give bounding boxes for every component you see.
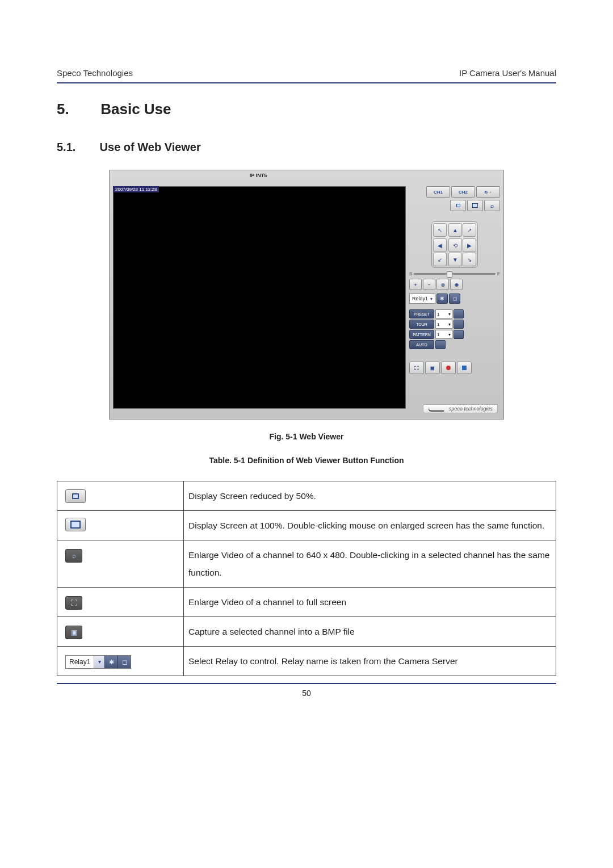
logout-button[interactable]: ⎋→	[476, 186, 500, 198]
zoom-out-button[interactable]: －	[423, 279, 435, 290]
enlarge-button[interactable]: ⌕	[484, 200, 500, 211]
subsection-number: 5.1.	[57, 141, 96, 154]
ptz-up-right[interactable]: ↗	[463, 223, 476, 237]
zoom-in-button[interactable]: ＋	[409, 279, 422, 290]
relay-control: Relay1 ▾ ✱ ◻	[409, 293, 500, 304]
auto-label: AUTO	[409, 340, 434, 349]
focus-far-button[interactable]: ◉	[450, 279, 463, 290]
page-number: 50	[57, 689, 556, 698]
relay-off-button[interactable]: ◻	[449, 293, 460, 304]
def-text: Display Screen reduced by 50%.	[184, 481, 556, 511]
def-text: Select Relay to control. Relay name is t…	[184, 647, 556, 676]
def-text: Capture a selected channel into a BMP fi…	[184, 617, 556, 647]
table-caption: Table. 5-1 Definition of Web Viewer Butt…	[57, 456, 556, 465]
fullscreen-icon: ⛶	[414, 366, 419, 371]
preset-value: 1	[437, 312, 439, 317]
enlarge-640-icon: ⌕	[65, 549, 82, 563]
section-number: 5.	[57, 100, 96, 118]
subsection-heading: 5.1. Use of Web Viewer	[57, 141, 556, 154]
pattern-go-button[interactable]	[454, 330, 464, 339]
header-left: Speco Technologies	[57, 68, 133, 78]
brand-text: speco technologies	[449, 406, 493, 412]
pattern-select[interactable]: 1▾	[435, 330, 452, 339]
section-title: Basic Use	[100, 100, 171, 118]
tour-select[interactable]: 1▾	[435, 320, 452, 329]
tour-go-button[interactable]	[454, 320, 464, 329]
normal-icon	[472, 203, 478, 208]
relay-chip-label: Relay1	[66, 655, 94, 669]
fullscreen-icon: ⛶	[65, 596, 82, 610]
size-100-button[interactable]	[467, 200, 483, 211]
video-area[interactable]	[113, 186, 406, 409]
ptz-pad: ↖ ▲ ↗ ◀ ⟲ ▶ ↙ ▼ ↘	[431, 221, 478, 268]
stop-button[interactable]	[457, 362, 472, 374]
chevron-down-icon: ▾	[448, 322, 451, 327]
viewer-title: IP INT5	[110, 173, 407, 178]
pattern-value: 1	[437, 332, 439, 337]
preset-label: PRESET	[409, 309, 434, 318]
fullscreen-button[interactable]: ⛶	[409, 362, 424, 374]
brand-swoosh-icon	[427, 407, 447, 412]
ptz-down-right[interactable]: ↘	[463, 253, 476, 266]
logout-icon: ⎋→	[485, 190, 492, 195]
table-row: ⛶ Enlarge Video of a channel to full scr…	[57, 588, 556, 617]
button-definition-table: Display Screen reduced by 50%. Display S…	[57, 481, 556, 676]
relay-control-icon: Relay1 ▾ ✱ ◻	[65, 655, 131, 669]
table-row: Relay1 ▾ ✱ ◻ Select Relay to control. Re…	[57, 647, 556, 676]
camera-icon: ▣	[430, 366, 435, 371]
record-button[interactable]	[441, 362, 456, 374]
tour-label: TOUR	[409, 320, 434, 329]
chevron-down-icon: ▾	[430, 296, 433, 301]
stop-icon	[462, 366, 467, 370]
table-row: ▣ Capture a selected channel into a BMP …	[57, 617, 556, 647]
footer-rule	[57, 683, 556, 684]
table-row: ⌕ Enlarge Video of a channel to 640 x 48…	[57, 540, 556, 588]
speed-fast-label: F	[497, 271, 500, 276]
capture-button[interactable]: ▣	[425, 362, 440, 374]
relay-selected-label: Relay1	[412, 296, 428, 301]
reduce-50-icon	[65, 489, 86, 503]
table-row: Display Screen reduced by 50%.	[57, 481, 556, 511]
ptz-right[interactable]: ▶	[463, 238, 476, 252]
ptz-down-left[interactable]: ↙	[433, 253, 447, 266]
def-text: Display Screen at 100%. Double-clicking …	[184, 511, 556, 540]
relay-on-icon: ✱	[104, 656, 117, 668]
table-row: Display Screen at 100%. Double-clicking …	[57, 511, 556, 540]
chevron-down-icon: ▾	[448, 312, 451, 317]
preset-go-button[interactable]	[454, 309, 464, 318]
header-right: IP Camera User's Manual	[459, 68, 556, 78]
relay-on-button[interactable]: ✱	[436, 293, 448, 304]
web-viewer-figure: IP INT5 2007/09/28 11:13:28 CH1 CH2 ⎋→ ⌕…	[109, 170, 504, 420]
size-50-button[interactable]	[450, 200, 466, 211]
header-rule	[57, 82, 556, 83]
ptz-up[interactable]: ▲	[448, 223, 462, 237]
section-heading: 5. Basic Use	[57, 100, 556, 118]
preset-select[interactable]: 1▾	[435, 309, 452, 318]
shrink-icon	[456, 204, 460, 207]
ptz-speed-slider[interactable]: S F	[409, 271, 500, 276]
def-text: Enlarge Video of a channel to full scree…	[184, 588, 556, 617]
relay-off-icon: ◻	[117, 656, 131, 668]
subsection-title: Use of Web Viewer	[100, 141, 201, 153]
viewer-sidepanel: CH1 CH2 ⎋→ ⌕ ↖ ▲ ↗ ◀ ⟲ ▶ ↙ ▼ ↘	[409, 186, 500, 413]
def-text: Enlarge Video of a channel to 640 x 480.…	[184, 540, 556, 588]
record-icon	[446, 366, 451, 370]
auto-go-button[interactable]	[435, 340, 446, 349]
pattern-label: PATTERN	[409, 330, 434, 339]
ptz-left[interactable]: ◀	[433, 238, 447, 252]
channel-2-button[interactable]: CH2	[451, 186, 475, 198]
relay-select[interactable]: Relay1 ▾	[409, 293, 435, 304]
speed-thumb[interactable]	[447, 271, 452, 278]
focus-near-button[interactable]: ◎	[436, 279, 449, 290]
channel-1-button[interactable]: CH1	[426, 186, 450, 198]
figure-caption: Fig. 5-1 Web Viewer	[57, 432, 556, 441]
ptz-up-left[interactable]: ↖	[433, 223, 447, 237]
tour-value: 1	[437, 322, 439, 327]
magnifier-icon: ⌕	[490, 203, 494, 209]
ptz-home[interactable]: ⟲	[448, 238, 462, 252]
capture-icon: ▣	[65, 626, 82, 639]
brand-badge: speco technologies	[423, 404, 498, 413]
ptz-down[interactable]: ▼	[448, 253, 462, 266]
video-timestamp: 2007/09/28 11:13:28	[113, 186, 159, 192]
chevron-down-icon: ▾	[448, 332, 451, 337]
